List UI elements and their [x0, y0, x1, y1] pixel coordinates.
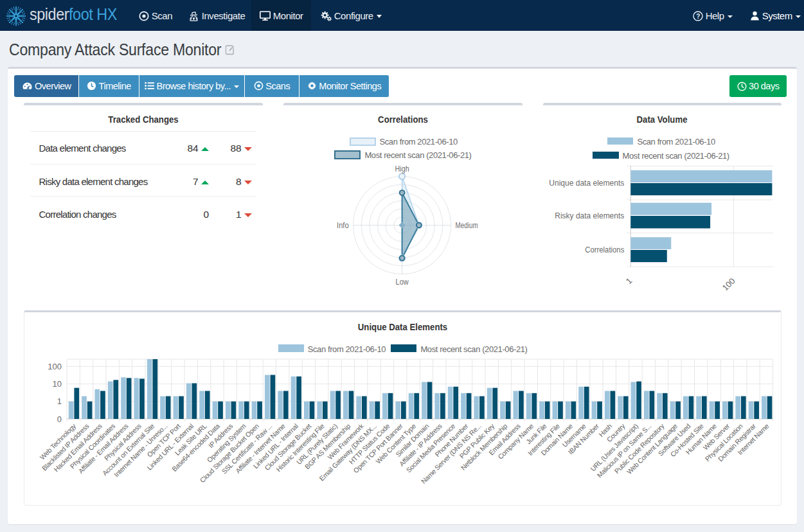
- svg-text:Low: Low: [396, 278, 409, 287]
- svg-text:High: High: [395, 164, 409, 173]
- svg-text:Unique data elements: Unique data elements: [549, 178, 624, 188]
- svg-text:10: 10: [53, 379, 62, 389]
- svg-text:0: 0: [57, 414, 62, 424]
- svg-text:Risky data elements: Risky data elements: [555, 211, 624, 220]
- svg-text:100: 100: [720, 276, 737, 293]
- svg-text:?: ?: [696, 13, 700, 20]
- svg-text:1: 1: [57, 396, 62, 406]
- svg-text:1: 1: [624, 276, 634, 287]
- svg-text:100: 100: [48, 362, 62, 371]
- svg-text:Correlations: Correlations: [585, 245, 624, 254]
- svg-text:Info: Info: [337, 221, 349, 230]
- svg-text:Medium: Medium: [456, 221, 478, 230]
